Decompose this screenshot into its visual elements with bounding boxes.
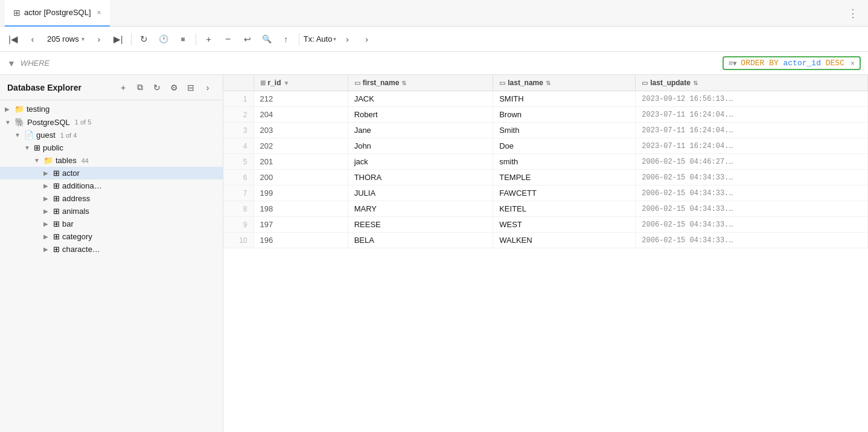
actor-tab[interactable]: ⊞ actor [PostgreSQL] × — [5, 0, 110, 27]
table-row[interactable]: 8 198 MARY KEITEL 2006-02-15 04:34:33.… — [223, 201, 868, 217]
settings-btn[interactable]: ⚙ — [166, 80, 182, 95]
tab-label: actor [PostgreSQL] — [24, 8, 91, 17]
cell-actor-id: 204 — [254, 107, 348, 123]
table-row[interactable]: 4 202 John Doe 2023-07-11 16:24:04.… — [223, 138, 868, 154]
divider-3 — [299, 33, 299, 45]
add-btn[interactable]: + — [115, 80, 131, 95]
col-header-actor-id[interactable]: ⊞ r_id ▼ — [254, 75, 348, 91]
first-btn[interactable]: |◀ — [5, 31, 22, 48]
rows-count-label: 205 rows — [47, 34, 79, 44]
cell-last-name: Brown — [493, 107, 636, 123]
table-row[interactable]: 2 204 Robert Brown 2023-07-11 16:24:04.… — [223, 107, 868, 123]
copy-btn[interactable]: ⧉ — [132, 80, 148, 95]
sidebar-header: Database Explorer + ⧉ ↻ ⚙ ⊟ › — [0, 75, 223, 100]
refresh-sidebar-btn[interactable]: ↻ — [149, 80, 165, 95]
cell-last-name: FAWCETT — [493, 185, 636, 201]
chevron-icon: ▶ — [43, 233, 51, 240]
tab-menu-btn[interactable]: ⋮ — [843, 7, 863, 20]
tx-next-btn[interactable]: › — [358, 31, 375, 48]
table-icon: ⊞ — [13, 8, 21, 18]
sidebar-item-bar[interactable]: ▶ ⊞ bar — [0, 218, 223, 230]
col-header-last-update[interactable]: ▭ last_update ⇅ — [636, 75, 868, 91]
folder-icon: 📁 — [14, 105, 24, 114]
table-row[interactable]: 7 199 JULIA FAWCETT 2006-02-15 04:34:33.… — [223, 185, 868, 201]
pg-icon: 🐘 — [14, 117, 25, 127]
sort-icon: ⇅ — [401, 80, 406, 86]
remove-row-btn[interactable]: − — [220, 31, 237, 48]
item-label: testing — [27, 105, 49, 114]
table-row[interactable]: 5 201 jack smith 2006-02-15 04:46:27.… — [223, 154, 868, 170]
search-btn[interactable]: 🔍 — [258, 31, 275, 48]
sort-icon: ▼ — [284, 80, 290, 86]
sort-icon: ⇅ — [546, 80, 550, 86]
upload-btn[interactable]: ↑ — [278, 31, 295, 48]
table-row[interactable]: 3 203 Jane Smith 2023-07-11 16:24:04.… — [223, 123, 868, 138]
cell-actor-id: 202 — [254, 138, 348, 154]
cell-rownum: 8 — [223, 201, 254, 217]
tables-icon: 📁 — [43, 156, 53, 165]
cell-actor-id: 200 — [254, 170, 348, 185]
table-row[interactable]: 1 212 JACK SMITH 2023-09-12 16:56:13.… — [223, 91, 868, 107]
cell-rownum: 3 — [223, 123, 254, 138]
col-header-first-name[interactable]: ▭ first_name ⇅ — [348, 75, 493, 91]
sidebar-item-animals[interactable]: ▶ ⊞ animals — [0, 205, 223, 218]
col-icon: ▭ — [354, 79, 360, 87]
cell-last-name: WALKEN — [493, 233, 636, 248]
stop-btn[interactable]: ■ — [174, 31, 191, 48]
rows-chevron-icon: ▾ — [81, 36, 85, 42]
sidebar-item-testing[interactable]: ▶ 📁 testing — [0, 103, 223, 115]
revert-btn[interactable]: ↩ — [239, 31, 256, 48]
col-icon: ⊞ — [260, 79, 266, 87]
table-row[interactable]: 10 196 BELA WALKEN 2006-02-15 04:34:33.… — [223, 233, 868, 248]
sidebar-item-address[interactable]: ▶ ⊞ address — [0, 192, 223, 205]
public-icon: ⊞ — [34, 143, 40, 152]
cell-last-update: 2023-07-11 16:24:04.… — [636, 107, 868, 123]
item-label: public — [43, 143, 63, 152]
sidebar-item-additional[interactable]: ▶ ⊞ additiona… — [0, 179, 223, 192]
tx-label: Tx: Auto — [304, 34, 333, 44]
sidebar-item-category[interactable]: ▶ ⊞ category — [0, 230, 223, 243]
chevron-icon: ▶ — [43, 195, 51, 202]
tx-chevron-icon: ▾ — [333, 36, 336, 42]
order-by-text: ORDER BY actor_id DESC — [741, 59, 844, 68]
rows-count-btn[interactable]: 205 rows ▾ — [43, 33, 88, 45]
chevron-icon: ▼ — [34, 157, 41, 164]
order-dir: DESC — [821, 59, 844, 68]
sidebar-item-public[interactable]: ▼ ⊞ public — [0, 141, 223, 154]
where-placeholder[interactable]: WHERE — [21, 59, 49, 68]
item-label: animals — [62, 207, 89, 216]
tx-prev-btn[interactable]: › — [339, 31, 356, 48]
sidebar: Database Explorer + ⧉ ↻ ⚙ ⊟ › ▶ 📁 testin… — [0, 75, 223, 432]
cell-first-name: Jane — [348, 123, 493, 138]
table-icon: ⊞ — [53, 169, 60, 178]
table-icon: ⊞ — [53, 245, 60, 254]
cell-last-name: Smith — [493, 123, 636, 138]
cell-last-name: KEITEL — [493, 201, 636, 217]
new-connection-btn[interactable]: ⊟ — [183, 80, 199, 95]
next-btn[interactable]: › — [91, 31, 107, 48]
last-btn[interactable]: ▶| — [110, 31, 127, 48]
col-icon: ▭ — [642, 79, 648, 87]
cell-actor-id: 196 — [254, 233, 348, 248]
col-icon: ▭ — [499, 79, 505, 87]
sidebar-item-guest[interactable]: ▼ 📄 guest 1 of 4 — [0, 129, 223, 141]
refresh-btn[interactable]: ↻ — [136, 31, 153, 48]
order-close-btn[interactable]: × — [850, 59, 855, 68]
cell-first-name: THORA — [348, 170, 493, 185]
sidebar-item-character[interactable]: ▶ ⊞ characte… — [0, 243, 223, 256]
cell-rownum: 1 — [223, 91, 254, 107]
chevron-icon: ▶ — [43, 221, 51, 227]
expand-btn[interactable]: › — [200, 80, 215, 95]
table-row[interactable]: 9 197 REESE WEST 2006-02-15 04:34:33.… — [223, 217, 868, 233]
cell-last-update: 2023-07-11 16:24:04.… — [636, 138, 868, 154]
sidebar-item-tables[interactable]: ▼ 📁 tables 44 — [0, 154, 223, 167]
sidebar-item-postgresql[interactable]: ▼ 🐘 PostgreSQL 1 of 5 — [0, 115, 223, 129]
add-row-btn[interactable]: + — [200, 31, 217, 48]
cell-first-name: BELA — [348, 233, 493, 248]
col-header-last-name[interactable]: ▭ last_name ⇅ — [493, 75, 636, 91]
table-row[interactable]: 6 200 THORA TEMPLE 2006-02-15 04:34:33.… — [223, 170, 868, 185]
prev-btn[interactable]: ‹ — [24, 31, 41, 48]
tab-close-btn[interactable]: × — [97, 8, 101, 17]
history-btn[interactable]: 🕐 — [155, 31, 172, 48]
sidebar-item-actor[interactable]: ▶ ⊞ actor — [0, 167, 223, 179]
